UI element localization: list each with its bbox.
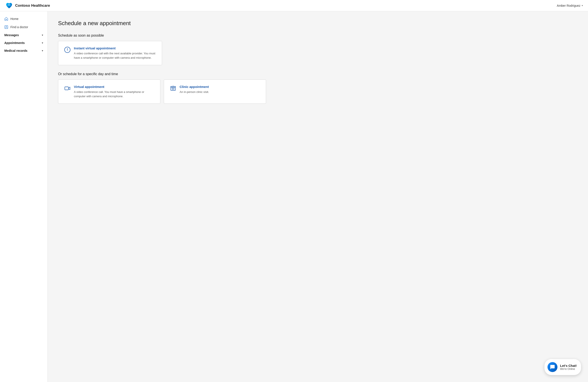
messages-label: Messages: [4, 33, 19, 37]
appointment-type-grid: Virtual appointment A video conference c…: [58, 80, 266, 104]
layout: Home Find a doctor Messages ▾ Appointmen…: [0, 0, 588, 382]
svg-rect-3: [171, 86, 175, 90]
section-specific-time: Or schedule for a specific day and time …: [58, 72, 578, 104]
exclamation-icon: !: [64, 47, 70, 53]
sidebar-home-label: Home: [10, 17, 19, 20]
doctor-icon: [4, 25, 8, 29]
user-menu[interactable]: Amber Rodriguez ▾: [557, 4, 583, 7]
medical-records-label: Medical records: [4, 49, 27, 52]
page-title: Schedule a new appointment: [58, 20, 578, 27]
user-name: Amber Rodriguez: [557, 4, 580, 7]
section-asap: Schedule as soon as possible ! Instant v…: [58, 34, 578, 65]
clinic-appointment-card[interactable]: Clinic appointment An in-person clinic v…: [164, 80, 266, 104]
clinic-card-desc: An in-person clinic visit.: [180, 90, 209, 94]
sidebar-appointments-toggle[interactable]: Appointments ▾: [0, 39, 47, 47]
virtual-card-desc: A video conference call. You must have a…: [74, 90, 154, 98]
sidebar-find-doctor-label: Find a doctor: [10, 25, 28, 29]
section-asap-heading: Schedule as soon as possible: [58, 34, 578, 38]
header: Contoso Healthcare Amber Rodriguez ▾: [0, 0, 588, 11]
chat-text: Let's Chat! We're Online: [560, 364, 577, 371]
logo-icon: [5, 2, 13, 10]
svg-rect-5: [173, 87, 174, 88]
sidebar-messages-toggle[interactable]: Messages ▾: [0, 31, 47, 39]
chat-subtitle: We're Online: [560, 367, 577, 371]
appointments-chevron-icon: ▾: [42, 41, 43, 44]
sidebar: Home Find a doctor Messages ▾ Appointmen…: [0, 11, 48, 382]
clinic-card-title: Clinic appointment: [180, 85, 209, 89]
messages-chevron-icon: ▾: [42, 34, 43, 37]
brand-name: Contoso Healthcare: [15, 3, 50, 8]
chat-bubble[interactable]: Let's Chat! We're Online: [545, 359, 581, 375]
sidebar-appointments-section: Appointments ▾: [0, 39, 47, 47]
section-specific-heading: Or schedule for a specific day and time: [58, 72, 578, 76]
main-content: Schedule a new appointment Schedule as s…: [48, 11, 588, 382]
svg-point-1: [6, 26, 7, 27]
instant-virtual-card[interactable]: ! Instant virtual appointment A video co…: [58, 41, 162, 65]
sidebar-medical-records-toggle[interactable]: Medical records ▾: [0, 47, 47, 55]
medical-records-chevron-icon: ▾: [42, 49, 43, 52]
appointments-label: Appointments: [4, 41, 25, 45]
brand: Contoso Healthcare: [5, 2, 50, 10]
chat-bubble-icon: [547, 362, 557, 372]
chat-title: Let's Chat!: [560, 364, 577, 367]
svg-rect-2: [65, 87, 68, 90]
virtual-appointment-card[interactable]: Virtual appointment A video conference c…: [58, 80, 160, 104]
user-menu-chevron-icon: ▾: [582, 4, 583, 7]
instant-card-desc: A video conference call with the next av…: [74, 51, 156, 60]
sidebar-item-home[interactable]: Home: [0, 15, 47, 23]
sidebar-messages-section: Messages ▾: [0, 31, 47, 39]
sidebar-item-find-doctor[interactable]: Find a doctor: [0, 23, 47, 31]
svg-rect-4: [172, 87, 173, 88]
instant-card-title: Instant virtual appointment: [74, 46, 156, 50]
sidebar-medical-records-section: Medical records ▾: [0, 47, 47, 55]
video-call-icon: [64, 85, 70, 93]
virtual-card-title: Virtual appointment: [74, 85, 154, 89]
home-icon: [4, 17, 8, 21]
clinic-building-icon: [170, 85, 176, 93]
